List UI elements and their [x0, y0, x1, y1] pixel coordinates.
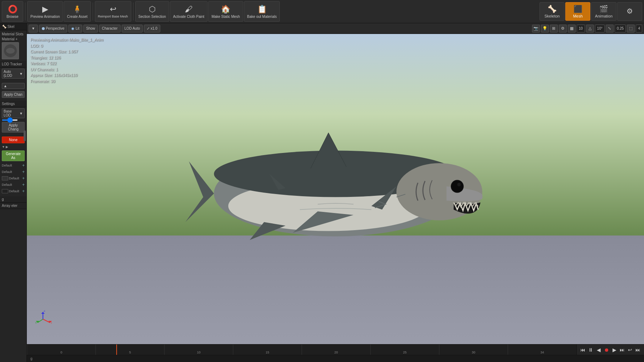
- layers-icon-btn[interactable]: ⬚: [627, 25, 635, 33]
- grid2-icon-btn[interactable]: ▦: [568, 25, 576, 33]
- settings-icon-btn[interactable]: ⚙: [559, 25, 567, 33]
- playhead[interactable]: [116, 344, 117, 355]
- timeline-loop-button[interactable]: ↩: [627, 347, 633, 353]
- scale-btn[interactable]: ⤢ x1.0: [144, 25, 160, 33]
- layer-num-display: 4: [636, 25, 642, 33]
- timeline-prev-frame-button[interactable]: ◀: [595, 347, 602, 353]
- mode-buttons-group: 🦴 Skeleton ⬛ Mesh 🎬 Animation ⚙: [540, 2, 642, 21]
- mesh-mode-button[interactable]: ⬛ Mesh: [565, 2, 590, 21]
- show-btn[interactable]: Show: [83, 25, 98, 33]
- section-selection-label: Section Selection: [138, 15, 166, 19]
- lod-value-dropdown[interactable]: ▲: [2, 83, 25, 89]
- lod-slider[interactable]: [2, 119, 18, 121]
- viewport[interactable]: Previewing Animation Mako_Bite_1_Anim LO…: [27, 34, 644, 344]
- param-row-1: Default +: [2, 163, 25, 168]
- bake-materials-button[interactable]: 📋 Bake out Materials: [244, 1, 280, 22]
- reimport-button[interactable]: ↩ Reimport Base Mesh: [95, 1, 131, 22]
- mesh-icon: ⬛: [574, 5, 582, 13]
- extra-mode-button[interactable]: ⚙: [617, 2, 642, 21]
- generate-as-button[interactable]: Generate As: [2, 150, 25, 161]
- left-panel: 🦴 Skel Material Slots Material + LOD Tra…: [0, 23, 27, 362]
- triangles-text: Triangles: 12 126: [30, 55, 103, 61]
- param-add-4[interactable]: +: [22, 182, 25, 187]
- timeline-next-frame-button[interactable]: ⏭: [619, 347, 625, 353]
- lod-auto-btn[interactable]: LOD Auto: [122, 25, 143, 33]
- separator-2: [93, 3, 93, 20]
- lighting-icon-btn[interactable]: 💡: [541, 25, 549, 33]
- timeline-end-button[interactable]: ⏭: [635, 347, 641, 353]
- camera-icon-btn[interactable]: 📷: [532, 25, 540, 33]
- color-swatch-1[interactable]: [2, 176, 8, 180]
- material-slots-section: Material Slots Material +: [0, 30, 26, 61]
- lod-text: LOD: 0: [30, 43, 103, 49]
- activate-cloth-icon: 🖌: [185, 5, 192, 14]
- animation-mode-button[interactable]: 🎬 Animation: [591, 2, 616, 21]
- apply-changes-label: Apply Chan: [4, 93, 23, 96]
- timeline-play-button[interactable]: ▶: [611, 347, 618, 353]
- viewport-dropdown-arrow: ▼: [31, 26, 35, 30]
- make-static-mesh-icon: 🏠: [221, 5, 230, 14]
- activate-cloth-button[interactable]: 🖌 Activate Cloth Paint: [170, 1, 208, 22]
- viewport-container: ▼ Perspective ◉ Lit Show Character LOD A…: [27, 23, 644, 362]
- apply-changes-button[interactable]: Apply Chan: [2, 91, 25, 98]
- frame-20: 20: [302, 344, 370, 355]
- section-selection-button[interactable]: ⬡ Section Selection: [135, 1, 169, 22]
- perspective-btn[interactable]: Perspective: [39, 25, 67, 33]
- lod-auto-label: LOD Auto: [125, 26, 140, 30]
- apply-changes2-button[interactable]: Apply Chang: [2, 122, 25, 133]
- skel-header: 🦴 Skel: [0, 23, 26, 30]
- character-btn[interactable]: Character: [99, 25, 121, 33]
- triangle-icon-btn[interactable]: △: [586, 25, 594, 33]
- skel-icon: 🦴: [2, 25, 6, 29]
- skel-label: Skel: [8, 25, 14, 29]
- browse-button[interactable]: ⭕ Browse: [2, 1, 23, 22]
- activate-cloth-label: Activate Cloth Paint: [173, 15, 204, 19]
- color-swatch-2[interactable]: [2, 189, 8, 193]
- viewport-dropdown-btn[interactable]: ▼: [29, 25, 38, 33]
- reimport-label: Reimport Base Mesh: [98, 15, 128, 18]
- preview-animation-button[interactable]: ▶ Preview Animation: [27, 1, 63, 22]
- animation-label: Animation: [595, 14, 613, 18]
- scale-icon: ⤢: [147, 26, 150, 30]
- svg-text:Y: Y: [35, 321, 37, 324]
- skeleton-icon: 🦴: [548, 5, 557, 13]
- lit-btn[interactable]: ◉ Lit: [68, 25, 82, 33]
- lit-label: Lit: [75, 26, 79, 30]
- none-button[interactable]: None: [2, 137, 25, 143]
- material-add-button[interactable]: Material +: [2, 37, 25, 41]
- browse-label: Browse: [6, 15, 18, 19]
- timeline-step-back-button[interactable]: ⏸: [587, 347, 594, 353]
- timeline-skip-start-button[interactable]: ⏮: [580, 347, 586, 353]
- base-lod-dropdown[interactable]: Base LOD ▼: [2, 108, 25, 118]
- scale2-icon-btn[interactable]: ⤡: [606, 25, 614, 33]
- param-add-3[interactable]: +: [22, 176, 25, 181]
- character-label: Character: [102, 26, 118, 30]
- timeline-ruler[interactable]: 0 5 10 15 20 25 30 34: [27, 344, 576, 355]
- grid-icon-btn[interactable]: ⊞: [550, 25, 558, 33]
- skeleton-mode-button[interactable]: 🦴 Skeleton: [540, 2, 565, 21]
- approx-size-text: Approx Size: 116x343x110: [30, 72, 103, 78]
- default2-label: Default: [2, 170, 21, 174]
- param-add-2[interactable]: +: [22, 169, 25, 174]
- perspective-dot: [42, 27, 45, 30]
- param-add-1[interactable]: +: [22, 163, 25, 168]
- uv-channels-text: UV Channels: 1: [30, 66, 103, 73]
- scale-value-display: 0.25: [615, 25, 626, 33]
- mesh-label: Mesh: [573, 14, 583, 18]
- perspective-label: Perspective: [46, 26, 64, 30]
- create-asset-button[interactable]: 🧍 Create Asset: [64, 1, 91, 22]
- animation-icon: 🎬: [599, 5, 608, 13]
- vertices-text: Vertices: 7 522: [30, 60, 103, 66]
- frame-30: 30: [439, 344, 508, 355]
- material-thumbnail[interactable]: [2, 42, 19, 59]
- expand-arrow: ▶: [6, 145, 8, 149]
- timeline-record-button[interactable]: ⏺: [603, 347, 610, 353]
- make-static-mesh-button[interactable]: 🏠 Make Static Mesh: [208, 1, 243, 22]
- viewport-toolbar: ▼ Perspective ◉ Lit Show Character LOD A…: [27, 23, 644, 34]
- param-row-5: Default +: [2, 189, 25, 194]
- param-add-5[interactable]: +: [22, 189, 25, 194]
- scrollbar-nub[interactable]: [24, 130, 26, 141]
- bottom-bar: g: [27, 355, 644, 362]
- section-selection-icon: ⬡: [149, 5, 156, 14]
- auto-lod-dropdown[interactable]: Auto (LOD ▼: [2, 69, 25, 79]
